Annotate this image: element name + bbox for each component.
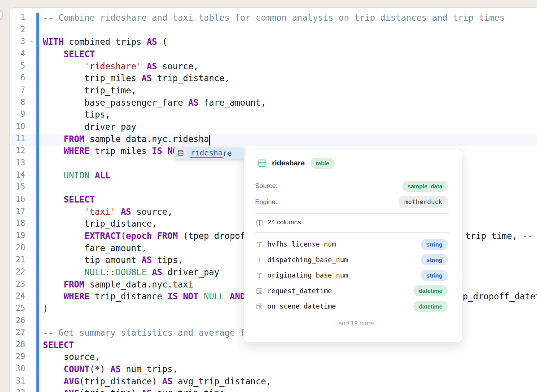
code-line[interactable]: COUNT(*) AS num_trips, (43, 364, 178, 374)
line-number[interactable]: 6 (8, 73, 25, 82)
code-line[interactable]: trip_miles AS trip_distance, (43, 73, 230, 83)
line-number[interactable]: 32 (8, 388, 25, 392)
code-line[interactable]: AVG(trip_time) AS avg_trip_time, (43, 388, 230, 392)
column-row: request_datetimedatetime (256, 285, 448, 297)
line-number[interactable]: 15 (8, 182, 25, 191)
line-number[interactable]: 22 (8, 267, 25, 276)
autocomplete-item-rideshare[interactable]: rideshare (187, 147, 244, 159)
line-number[interactable]: 5 (8, 61, 25, 70)
line-number[interactable]: 8 (8, 98, 25, 107)
popup-table-name: rideshare (272, 159, 305, 167)
line-number[interactable]: 30 (8, 364, 25, 373)
code-line[interactable]: -- Combine rideshare and taxi tables for… (43, 13, 505, 23)
line-number[interactable]: 20 (8, 243, 25, 252)
engine-label: Engine: (255, 198, 277, 206)
column-type-badge: string (421, 239, 448, 250)
line-number[interactable]: 24 (8, 291, 25, 301)
fold-chevron-icon[interactable]: ⌄ (29, 37, 35, 44)
code-line[interactable]: driver_pay (43, 122, 136, 132)
line-number[interactable]: 27 (8, 328, 25, 337)
code-line[interactable]: 'rideshare' AS source, (43, 61, 198, 71)
line-number[interactable]: 21 (8, 255, 25, 264)
table-info-popup: rideshare table Source: sample_data Engi… (244, 149, 462, 342)
divider (255, 213, 449, 214)
source-value-badge: sample_data (402, 181, 448, 192)
column-name: hvfhs_license_num (267, 240, 336, 248)
column-type-badge: string (421, 254, 448, 265)
autocomplete-rest-text: re (223, 149, 232, 158)
line-number[interactable]: 25 (8, 304, 25, 313)
code-line[interactable]: WITH combined_trips AS ( (43, 37, 167, 47)
popup-header: rideshare table (258, 155, 335, 171)
line-number[interactable]: 14 (8, 170, 25, 180)
more-columns-label: …and 19 more (244, 320, 462, 327)
code-line[interactable]: FROM sample_data.nyc.taxi (43, 279, 193, 289)
text-cursor (209, 135, 210, 145)
code-line[interactable]: ) (43, 304, 48, 314)
column-name: originating_base_num (267, 271, 348, 279)
line-number[interactable]: 10 (8, 122, 25, 131)
code-line[interactable]: UNION ALL (43, 170, 110, 180)
columns-count-row: 24 columns (256, 219, 301, 226)
code-line[interactable]: fare_amount, (43, 243, 147, 253)
column-type-badge: datetime (413, 301, 448, 312)
columns-icon (256, 219, 263, 226)
line-number[interactable]: 3 (8, 37, 25, 46)
code-line[interactable]: FROM sample_data.nyc.ridesha (43, 134, 209, 144)
column-type-badge: datetime (413, 285, 448, 296)
changed-lines-indicator-bar (36, 13, 39, 392)
line-number[interactable]: 13 (8, 158, 25, 167)
edge-floating-button[interactable] (0, 8, 3, 21)
code-line[interactable]: trip_time, (43, 85, 136, 95)
table-icon (258, 159, 266, 167)
line-number[interactable]: 11 (8, 134, 25, 143)
code-line[interactable]: base_passenger_fare AS fare_amount, (43, 98, 266, 108)
line-number[interactable]: 4 (8, 49, 25, 58)
table-type-badge: table (311, 158, 335, 169)
autocomplete-match-text: ridesha (190, 148, 223, 158)
code-line[interactable]: SELECT (43, 340, 74, 350)
code-line[interactable]: tips, (43, 109, 110, 119)
line-number[interactable]: 23 (8, 279, 25, 289)
code-line-fragment[interactable]: trip_time, -- (465, 231, 533, 241)
code-line[interactable]: tip_amount AS tips, (43, 255, 183, 265)
calendar-clock-icon (256, 287, 263, 294)
line-number[interactable]: 29 (8, 352, 25, 361)
line-number[interactable]: 9 (8, 109, 25, 119)
line-number[interactable]: 1 (8, 13, 25, 22)
column-row: dispatching_base_numstring (256, 254, 448, 266)
source-label: Source: (255, 182, 278, 190)
line-number[interactable]: 17 (8, 207, 25, 216)
code-line[interactable]: SELECT (43, 49, 95, 59)
text-type-icon (256, 241, 263, 248)
code-line[interactable]: trip_distance, (43, 219, 157, 229)
line-number[interactable]: 2 (8, 25, 25, 34)
line-number[interactable]: 12 (8, 146, 25, 155)
autocomplete-dropdown[interactable]: rideshare (174, 147, 244, 159)
column-row: on_scene_datetimedatetime (256, 300, 448, 312)
calendar-clock-icon (256, 303, 263, 310)
text-type-icon (256, 272, 263, 279)
columns-count-label: 24 columns (268, 219, 301, 226)
line-number[interactable]: 18 (8, 219, 25, 228)
code-line-fragment[interactable]: p_dropoff_datet (463, 291, 537, 301)
code-line[interactable]: AVG(trip_distance) AS avg_trip_distance, (43, 376, 271, 386)
code-line[interactable]: SELECT (43, 194, 95, 204)
line-number[interactable]: 7 (8, 85, 25, 95)
line-number[interactable]: 26 (8, 316, 25, 325)
line-number[interactable]: 31 (8, 376, 25, 385)
column-row: originating_base_numstring (256, 269, 448, 281)
code-line[interactable]: 'taxi' AS source, (43, 207, 173, 217)
code-line[interactable]: NULL::DOUBLE AS driver_pay (43, 267, 219, 277)
text-type-icon (256, 256, 263, 263)
divider (255, 232, 449, 233)
line-number[interactable]: 19 (8, 231, 25, 240)
code-line[interactable]: source, (43, 352, 100, 362)
column-name: on_scene_datetime (267, 302, 336, 310)
column-name: dispatching_base_num (267, 256, 348, 264)
line-number[interactable]: 16 (8, 194, 25, 204)
line-number[interactable]: 28 (8, 340, 25, 349)
column-name: request_datetime (267, 287, 332, 295)
source-row: Source: sample_data (255, 180, 448, 192)
divider (255, 174, 449, 174)
